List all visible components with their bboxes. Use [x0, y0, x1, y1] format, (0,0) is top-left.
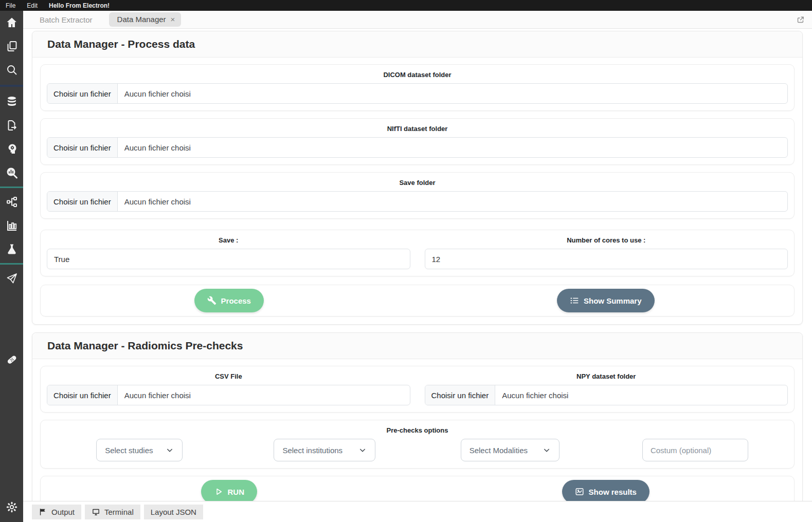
- tab-batch-extractor[interactable]: Batch Extractor: [30, 12, 102, 27]
- select-institutions-dropdown[interactable]: Select institutions: [274, 439, 375, 461]
- process-button[interactable]: Process: [194, 289, 264, 312]
- content-area: Data Manager - Process data DICOM datase…: [23, 29, 812, 501]
- choose-file-button[interactable]: Choisir un fichier: [47, 385, 118, 405]
- chart-search-icon[interactable]: [0, 161, 23, 184]
- chevron-down-icon: [358, 446, 367, 454]
- save-cores-group: Save : Number of cores to use :: [40, 230, 795, 276]
- csv-file-input[interactable]: Choisir un fichier Aucun fichier choisi: [47, 385, 410, 405]
- save-input[interactable]: [47, 249, 410, 269]
- tab-data-manager-label: Data Manager: [117, 15, 166, 24]
- dicom-folder-file-input[interactable]: Choisir un fichier Aucun fichier choisi: [47, 83, 788, 104]
- copy-icon[interactable]: [0, 34, 23, 58]
- sidebar: [0, 11, 23, 522]
- process-data-card: Data Manager - Process data DICOM datase…: [32, 31, 803, 325]
- process-card-header: Data Manager - Process data: [32, 31, 802, 58]
- select-studies-dropdown[interactable]: Select studies: [96, 439, 183, 461]
- prechecks-options-group: Pre-checks options Select studies Se: [40, 420, 795, 469]
- list-icon: [570, 296, 579, 305]
- run-button-label: RUN: [228, 488, 245, 496]
- npy-folder-label: NPY dataset folder: [425, 372, 788, 380]
- csv-file-label: CSV File: [47, 372, 410, 380]
- nifti-folder-group: NIfTI dataset folder Choisir un fichier …: [40, 118, 795, 165]
- send-icon[interactable]: [0, 267, 23, 290]
- terminal-tab[interactable]: Terminal: [85, 505, 140, 519]
- show-results-button-label: Show results: [589, 488, 637, 496]
- chevron-down-icon: [543, 446, 551, 454]
- bar-chart-icon[interactable]: [0, 214, 23, 237]
- show-summary-button[interactable]: Show Summary: [557, 289, 655, 312]
- flask-icon[interactable]: [0, 237, 23, 261]
- terminal-tab-label: Terminal: [104, 508, 134, 516]
- file-name-text: Aucun fichier choisi: [118, 138, 197, 157]
- choose-file-button[interactable]: Choisir un fichier: [47, 84, 118, 103]
- prechecks-card-title: Data Manager - Radiomics Pre-checks: [47, 340, 787, 352]
- save-label: Save :: [47, 236, 410, 244]
- sidebar-divider: [0, 187, 23, 188]
- chevron-down-icon: [166, 446, 174, 454]
- play-icon: [214, 487, 223, 496]
- run-button[interactable]: RUN: [201, 480, 258, 501]
- prechecks-options-label: Pre-checks options: [47, 426, 788, 434]
- dicom-folder-group: DICOM dataset folder Choisir un fichier …: [40, 64, 795, 111]
- save-folder-group: Save folder Choisir un fichier Aucun fic…: [40, 172, 795, 219]
- nifti-folder-file-input[interactable]: Choisir un fichier Aucun fichier choisi: [47, 137, 788, 158]
- terminal-icon: [92, 508, 100, 516]
- prechecks-card-header: Data Manager - Radiomics Pre-checks: [32, 333, 802, 359]
- show-results-button[interactable]: Show results: [562, 480, 649, 501]
- output-tab-label: Output: [51, 508, 75, 516]
- save-folder-label: Save folder: [47, 179, 788, 187]
- wrench-icon: [207, 296, 216, 305]
- file-export-icon[interactable]: [0, 114, 23, 137]
- file-name-text: Aucun fichier choisi: [118, 192, 197, 211]
- select-institutions-label: Select institutions: [282, 446, 342, 455]
- prechecks-buttons-row: RUN Show results: [40, 476, 795, 501]
- select-modalities-label: Select Modalities: [470, 446, 528, 455]
- save-folder-file-input[interactable]: Choisir un fichier Aucun fichier choisi: [47, 191, 788, 212]
- menu-edit[interactable]: Edit: [21, 2, 43, 9]
- choose-file-button[interactable]: Choisir un fichier: [425, 385, 496, 405]
- tab-data-manager[interactable]: Data Manager ×: [109, 12, 182, 27]
- prechecks-card: Data Manager - Radiomics Pre-checks CSV …: [32, 332, 803, 501]
- nodes-icon[interactable]: [0, 190, 23, 214]
- select-modalities-dropdown[interactable]: Select Modalities: [461, 439, 560, 461]
- custom-optional-input[interactable]: [642, 439, 748, 461]
- menu-file[interactable]: File: [0, 2, 21, 9]
- menu-app-title[interactable]: Hello From Electron!: [43, 2, 115, 9]
- process-button-label: Process: [221, 296, 251, 305]
- csv-npy-group: CSV File Choisir un fichier Aucun fichie…: [40, 366, 795, 413]
- home-icon[interactable]: [0, 11, 23, 34]
- sidebar-divider: [0, 263, 23, 265]
- ai-head-icon[interactable]: [0, 137, 23, 161]
- tab-close-icon[interactable]: ×: [171, 15, 175, 24]
- layout-json-tab-label: Layout JSON: [151, 508, 196, 516]
- layout-json-tab[interactable]: Layout JSON: [144, 505, 203, 519]
- dicom-folder-label: DICOM dataset folder: [47, 71, 788, 79]
- gear-icon[interactable]: [0, 495, 23, 519]
- cores-input[interactable]: [425, 249, 788, 269]
- cores-label: Number of cores to use :: [425, 236, 788, 244]
- file-name-text: Aucun fichier choisi: [495, 385, 575, 405]
- process-card-title: Data Manager - Process data: [47, 38, 787, 50]
- process-buttons-row: Process Show Summary: [40, 285, 795, 316]
- sidebar-divider: [0, 85, 23, 87]
- npy-folder-file-input[interactable]: Choisir un fichier Aucun fichier choisi: [425, 385, 788, 405]
- tab-bar: Batch Extractor Data Manager ×: [23, 11, 812, 29]
- select-studies-label: Select studies: [105, 446, 153, 455]
- open-external-icon[interactable]: [796, 15, 805, 24]
- flag-icon: [39, 508, 47, 516]
- bottom-bar: Output Terminal Layout JSON: [23, 501, 812, 522]
- show-summary-button-label: Show Summary: [584, 296, 642, 305]
- output-tab[interactable]: Output: [32, 505, 81, 519]
- file-name-text: Aucun fichier choisi: [118, 385, 197, 405]
- bandage-icon[interactable]: [0, 348, 23, 371]
- choose-file-button[interactable]: Choisir un fichier: [47, 138, 118, 157]
- database-icon[interactable]: [0, 90, 23, 114]
- menu-bar: File Edit Hello From Electron!: [0, 0, 812, 11]
- choose-file-button[interactable]: Choisir un fichier: [47, 192, 118, 211]
- search-icon[interactable]: [0, 58, 23, 82]
- file-name-text: Aucun fichier choisi: [118, 84, 197, 103]
- nifti-folder-label: NIfTI dataset folder: [47, 125, 788, 133]
- image-chart-icon: [575, 487, 584, 496]
